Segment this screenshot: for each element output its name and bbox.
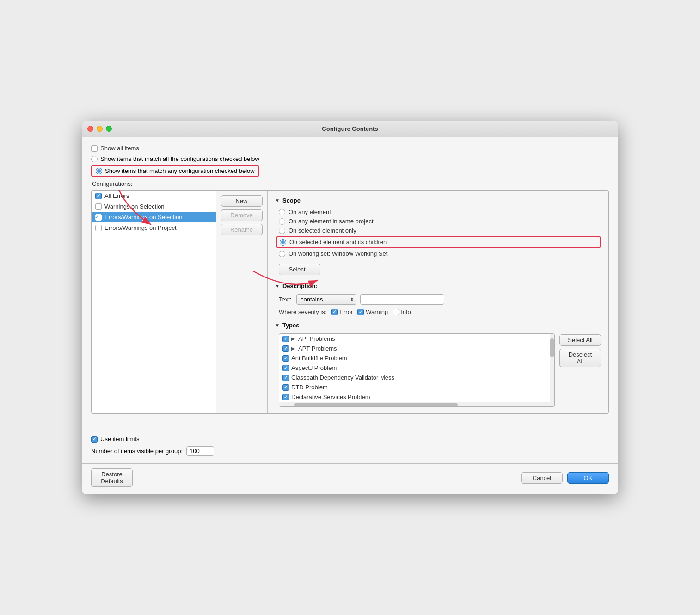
- use-limits-label: Use item limits: [100, 436, 140, 443]
- show-all-label: Show all items: [100, 145, 139, 152]
- type-checkbox-classpath[interactable]: [282, 375, 289, 381]
- type-item-aspectj[interactable]: AspectJ Problem: [279, 363, 554, 373]
- bottom-bar: Use item limits Number of items visible …: [82, 430, 618, 463]
- type-label-ant: Ant Buildfile Problem: [291, 355, 347, 362]
- maximize-button[interactable]: [106, 126, 112, 132]
- close-button[interactable]: [87, 126, 93, 132]
- left-panel-row: All Errors Warnings on Selection ✓ Error…: [92, 191, 267, 413]
- horizontal-scroll: [279, 402, 554, 406]
- h-scroll-thumb[interactable]: [294, 403, 458, 406]
- restore-defaults-button[interactable]: Restore Defaults: [91, 468, 133, 487]
- config-checkbox-0[interactable]: [95, 193, 102, 199]
- rename-button[interactable]: Rename: [221, 224, 263, 235]
- radio-any-element[interactable]: [279, 209, 285, 215]
- configurations-label: Configurations:: [92, 180, 609, 187]
- severity-info-label: Info: [401, 308, 411, 315]
- radio-option-1[interactable]: [91, 156, 98, 162]
- scope-working-set[interactable]: On working set: Window Working Set: [279, 250, 601, 257]
- types-list-area: ▶ API Problems ▶ APT Problems: [279, 333, 601, 407]
- severity-label: Where severity is:: [279, 308, 326, 315]
- use-limits-checkbox[interactable]: [91, 436, 98, 443]
- config-checkbox-2[interactable]: ✓: [95, 214, 102, 221]
- scope-options: On any element On any element in same pr…: [279, 209, 601, 257]
- config-label-3: Errors/Warnings on Project: [104, 224, 177, 231]
- footer-right: Cancel OK: [521, 472, 609, 484]
- window-title: Configure Contents: [322, 125, 378, 132]
- ok-button[interactable]: OK: [567, 472, 609, 484]
- type-item-classpath[interactable]: Classpath Dependency Validator Mess: [279, 373, 554, 382]
- severity-error: Error: [331, 308, 353, 315]
- type-item-declarative[interactable]: Declarative Services Problem: [279, 392, 554, 402]
- severity-warning-checkbox[interactable]: [357, 309, 364, 315]
- radio-option-2[interactable]: [96, 168, 102, 174]
- type-checkbox-declarative[interactable]: [282, 394, 289, 400]
- select-all-button[interactable]: Select All: [559, 334, 601, 346]
- radio-label-2: Show items that match any configuration …: [105, 167, 255, 174]
- description-text-row: Text: contains does not contain equals s…: [279, 294, 601, 305]
- scope-label-3: On selected element and its children: [289, 239, 387, 246]
- config-item-errors-warnings-project[interactable]: Errors/Warnings on Project: [92, 222, 216, 233]
- types-title: Types: [282, 322, 300, 329]
- title-bar: Configure Contents: [82, 121, 618, 137]
- visible-label: Number of items visible per group:: [91, 448, 183, 455]
- new-button[interactable]: New: [221, 195, 263, 207]
- type-item-api[interactable]: ▶ API Problems: [279, 334, 554, 344]
- radio-selected-children[interactable]: [280, 239, 286, 246]
- config-checkbox-3[interactable]: [95, 225, 102, 231]
- radio-row-1: Show items that match all the configurat…: [91, 155, 609, 162]
- scope-title: Scope: [282, 197, 301, 204]
- footer-buttons: Restore Defaults Cancel OK: [82, 463, 618, 494]
- scope-selected-only[interactable]: On selected element only: [279, 227, 601, 234]
- radio-working-set[interactable]: [279, 251, 285, 257]
- severity-error-checkbox[interactable]: [331, 309, 338, 315]
- type-checkbox-api[interactable]: [282, 336, 289, 342]
- annotation-container: All Errors Warnings on Selection ✓ Error…: [91, 190, 609, 414]
- text-input[interactable]: [360, 294, 444, 305]
- scope-any-element[interactable]: On any element: [279, 209, 601, 215]
- severity-error-label: Error: [339, 308, 353, 315]
- expander-apt: ▶: [291, 346, 295, 351]
- config-item-errors-warnings-selection[interactable]: ✓ Errors/Warnings on Selection: [92, 212, 216, 222]
- radio-selected-only[interactable]: [279, 228, 285, 234]
- config-item-all-errors[interactable]: All Errors: [92, 191, 216, 201]
- visible-input[interactable]: [186, 446, 214, 456]
- select-btn-row: Select...: [279, 264, 601, 275]
- left-buttons: New Remove Rename: [216, 191, 267, 413]
- type-checkbox-apt[interactable]: [282, 345, 289, 352]
- left-panel: All Errors Warnings on Selection ✓ Error…: [92, 191, 267, 413]
- radio-any-same-project[interactable]: [279, 218, 285, 225]
- select-button[interactable]: Select...: [279, 264, 320, 275]
- type-item-apt[interactable]: ▶ APT Problems: [279, 344, 554, 353]
- type-checkbox-dtd[interactable]: [282, 384, 289, 391]
- type-label-classpath: Classpath Dependency Validator Mess: [291, 374, 394, 381]
- scope-label-0: On any element: [289, 209, 331, 215]
- config-item-warnings-selection[interactable]: Warnings on Selection: [92, 201, 216, 212]
- show-all-checkbox[interactable]: [91, 145, 98, 152]
- type-label-apt: APT Problems: [298, 345, 337, 352]
- type-checkbox-aspectj[interactable]: [282, 365, 289, 371]
- config-label-2: Errors/Warnings on Selection: [104, 214, 183, 221]
- deselect-all-button[interactable]: Deselect All: [559, 349, 601, 367]
- scope-any-same-project[interactable]: On any element in same project: [279, 218, 601, 225]
- type-item-dtd[interactable]: DTD Problem: [279, 382, 554, 392]
- config-label-1: Warnings on Selection: [104, 203, 165, 210]
- type-checkbox-ant[interactable]: [282, 355, 289, 362]
- description-section: ▼ Description: Text: contains does not c…: [275, 283, 601, 315]
- right-panel: ▼ Scope On any element On any element in…: [268, 191, 608, 413]
- scope-arrow-icon: ▼: [275, 198, 280, 203]
- text-label: Text:: [279, 296, 293, 303]
- cancel-button[interactable]: Cancel: [521, 472, 563, 484]
- minimize-button[interactable]: [97, 126, 103, 132]
- scrollbar-thumb[interactable]: [550, 338, 554, 357]
- types-list: ▶ API Problems ▶ APT Problems: [279, 333, 555, 407]
- remove-button[interactable]: Remove: [221, 209, 263, 221]
- severity-info-checkbox[interactable]: [393, 309, 399, 315]
- scope-label-2: On selected element only: [289, 227, 356, 234]
- type-label-aspectj: AspectJ Problem: [291, 364, 337, 371]
- text-select[interactable]: contains does not contain equals starts …: [296, 294, 356, 305]
- description-header: ▼ Description:: [275, 283, 601, 289]
- scope-selected-children[interactable]: On selected element and its children: [276, 236, 601, 248]
- type-item-ant[interactable]: Ant Buildfile Problem: [279, 353, 554, 363]
- config-checkbox-1[interactable]: [95, 203, 102, 210]
- text-select-wrapper: contains does not contain equals starts …: [296, 294, 356, 305]
